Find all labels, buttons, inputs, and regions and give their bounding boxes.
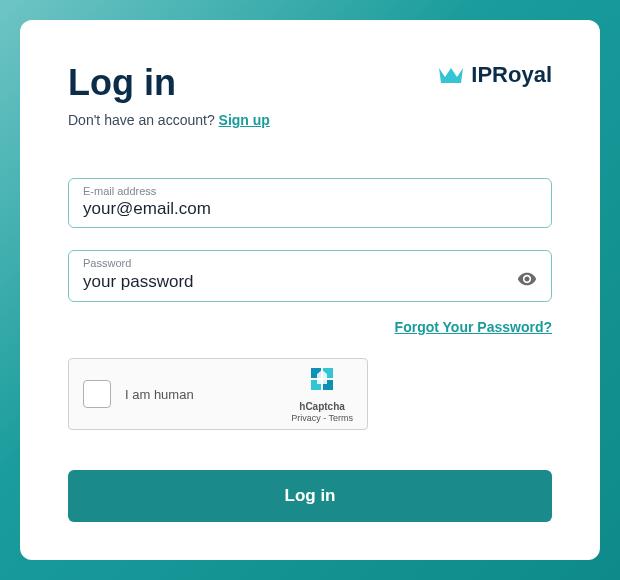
password-label: Password [83, 257, 537, 269]
captcha-left: I am human [83, 380, 194, 408]
subtitle: Don't have an account? Sign up [68, 112, 552, 128]
crown-icon [437, 65, 465, 85]
hcaptcha-icon [307, 364, 337, 394]
password-field[interactable] [83, 270, 517, 292]
captcha-brand: hCaptcha [291, 400, 353, 413]
eye-icon[interactable] [517, 269, 537, 293]
password-field-group[interactable]: Password [68, 250, 552, 302]
login-form: E-mail address Password Forgot Your Pass… [68, 178, 552, 522]
login-button[interactable]: Log in [68, 470, 552, 522]
logo-text: IPRoyal [471, 62, 552, 88]
logo: IPRoyal [437, 62, 552, 88]
captcha-box: I am human hCaptcha Privacy - Terms [68, 358, 368, 430]
email-field[interactable] [83, 197, 537, 219]
captcha-terms-link[interactable]: Terms [329, 413, 354, 423]
email-label: E-mail address [83, 185, 537, 197]
login-card: Log in IPRoyal Don't have an account? Si… [20, 20, 600, 560]
subtitle-prefix: Don't have an account? [68, 112, 219, 128]
captcha-privacy-link[interactable]: Privacy [291, 413, 321, 423]
header: Log in IPRoyal [68, 62, 552, 104]
email-field-group[interactable]: E-mail address [68, 178, 552, 228]
forgot-password-row: Forgot Your Password? [68, 318, 552, 336]
signup-link[interactable]: Sign up [219, 112, 270, 128]
page-title: Log in [68, 62, 176, 104]
captcha-right: hCaptcha Privacy - Terms [291, 364, 353, 424]
forgot-password-link[interactable]: Forgot Your Password? [395, 319, 552, 335]
captcha-terms: Privacy - Terms [291, 413, 353, 425]
captcha-checkbox[interactable] [83, 380, 111, 408]
captcha-label: I am human [125, 387, 194, 402]
